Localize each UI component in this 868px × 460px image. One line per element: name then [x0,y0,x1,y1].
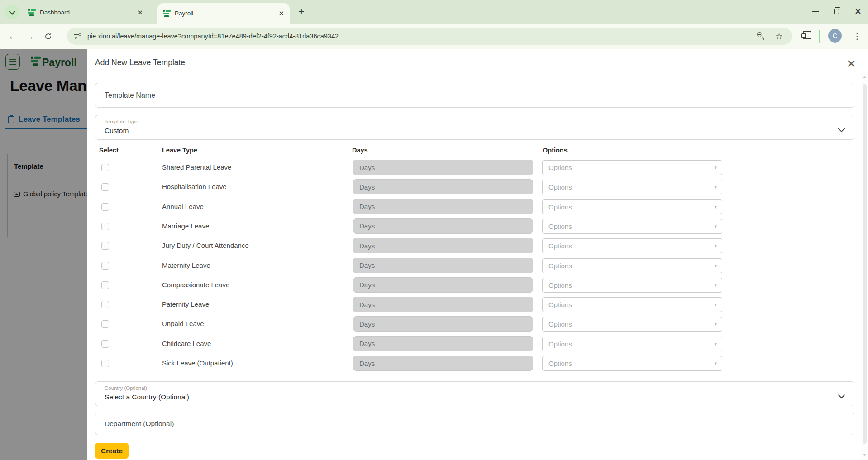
days-input[interactable] [353,356,533,371]
site-favicon [28,9,36,16]
leave-type-label: Unpaid Leave [162,320,204,327]
dropdown-caret-icon: ▾ [714,282,717,288]
days-input[interactable] [353,179,533,194]
url-text[interactable]: pie.xion.ai/leave/manage-leave?companyId… [87,33,339,40]
browser-toolbar: ← → pie.xion.ai/leave/manage-leave?compa… [0,24,868,49]
chevron-down-icon [838,392,845,399]
leave-row: Jury Duty / Court Attendance Options ▾ [95,238,854,253]
leave-row: Sick Leave (Outpatient) Options ▾ [95,356,854,371]
template-type-label: Template Type [105,119,138,124]
days-input[interactable] [353,336,533,351]
scrollbar-thumb[interactable] [863,84,867,444]
days-input[interactable] [353,297,533,312]
options-select[interactable]: Options ▾ [542,278,722,293]
modal-backdrop[interactable] [0,49,87,460]
options-select[interactable]: Options ▾ [542,199,722,214]
tab-close-icon[interactable]: ✕ [278,10,284,17]
leave-select-checkbox[interactable] [101,281,109,289]
leave-type-label: Hospitalisation Leave [162,183,227,190]
dropdown-caret-icon: ▾ [714,341,717,347]
leave-type-label: Sick Leave (Outpatient) [162,359,233,367]
options-placeholder: Options [548,164,572,171]
dropdown-caret-icon: ▾ [714,223,717,229]
days-input[interactable] [353,316,533,332]
leave-row: Maternity Leave Options ▾ [95,258,854,273]
leave-select-checkbox[interactable] [101,262,109,270]
country-select[interactable]: Country (Optional) Select a Country (Opt… [95,381,854,406]
dropdown-caret-icon: ▾ [714,263,717,269]
options-select[interactable]: Options ▾ [542,219,722,234]
leave-type-label: Maternity Leave [162,261,210,269]
profile-separator [819,30,820,43]
leave-select-checkbox[interactable] [101,340,109,348]
leave-select-checkbox[interactable] [101,203,109,211]
window-close-button[interactable]: ✕ [854,7,862,16]
days-input[interactable] [353,238,533,253]
template-name-input[interactable] [95,83,854,108]
leave-select-checkbox[interactable] [101,301,109,308]
template-type-value: Custom [105,127,129,135]
days-input[interactable] [353,199,533,214]
leave-select-checkbox[interactable] [101,360,109,367]
options-placeholder: Options [548,340,572,348]
leave-select-checkbox[interactable] [101,183,109,191]
leave-select-checkbox[interactable] [101,242,109,250]
add-leave-template-modal: Add New Leave Template ✕ Template Type C… [87,49,868,460]
scroll-down-icon[interactable]: ▼ [861,453,868,457]
leave-row: Hospitalisation Leave Options ▾ [95,179,854,194]
profile-avatar[interactable]: C [828,29,842,43]
back-button[interactable]: ← [6,30,19,43]
options-select[interactable]: Options ▾ [542,317,722,332]
days-input[interactable] [353,258,533,273]
days-input[interactable] [353,218,533,234]
options-select[interactable]: Options ▾ [542,180,722,194]
forward-button[interactable]: → [24,30,36,43]
options-placeholder: Options [548,183,572,191]
bookmark-star-icon[interactable]: ☆ [775,32,783,41]
leave-type-label: Compassionate Leave [162,281,229,289]
tab-dashboard[interactable]: Dashboard ✕ [23,5,148,20]
options-select[interactable]: Options ▾ [542,238,722,253]
reload-button[interactable] [42,30,54,43]
minimize-button[interactable] [812,11,819,12]
options-select[interactable]: Options ▾ [542,160,722,175]
options-select[interactable]: Options ▾ [542,337,722,351]
address-bar[interactable]: pie.xion.ai/leave/manage-leave?companyId… [67,28,792,45]
tab-payroll[interactable]: Payroll ✕ [157,3,290,24]
dropdown-caret-icon: ▾ [714,321,717,327]
reload-icon [44,33,52,40]
column-header-days: Days [352,147,368,154]
options-placeholder: Options [548,223,572,230]
options-select[interactable]: Options ▾ [542,356,722,371]
tab-close-icon[interactable]: ✕ [137,9,143,16]
site-settings-icon[interactable] [74,33,82,40]
leave-select-checkbox[interactable] [101,320,109,328]
leave-type-label: Jury Duty / Court Attendance [162,242,249,249]
leave-table-headers: Select Leave Type Days Options [95,147,854,156]
tab-label: Dashboard [40,9,70,16]
extensions-icon[interactable] [803,31,811,39]
browser-window: Dashboard ✕ Payroll ✕ + ✕ ← → pie.xion.a… [0,0,868,460]
scroll-up-icon[interactable]: ▲ [861,74,868,79]
zoom-out-icon[interactable] [757,32,765,40]
restore-button[interactable] [834,9,839,14]
modal-content: Template Type Custom Select Leave Type D… [95,49,854,460]
dropdown-caret-icon: ▾ [714,243,717,249]
options-placeholder: Options [548,301,572,308]
tab-search-button[interactable] [5,5,19,19]
leave-select-checkbox[interactable] [101,164,109,171]
new-tab-button[interactable]: + [295,5,308,18]
template-type-select[interactable]: Template Type Custom [95,115,854,140]
column-header-select: Select [99,147,119,154]
chevron-down-icon [838,125,845,133]
options-placeholder: Options [548,320,572,328]
days-input[interactable] [353,277,533,293]
create-button[interactable]: Create [95,443,129,459]
days-input[interactable] [353,160,533,175]
department-input[interactable] [95,413,854,435]
leave-select-checkbox[interactable] [101,223,109,230]
browser-menu-icon[interactable]: ⋮ [853,30,862,43]
options-select[interactable]: Options ▾ [542,297,722,312]
modal-scrollbar[interactable]: ▲ ▼ [861,72,868,460]
options-select[interactable]: Options ▾ [542,258,722,273]
